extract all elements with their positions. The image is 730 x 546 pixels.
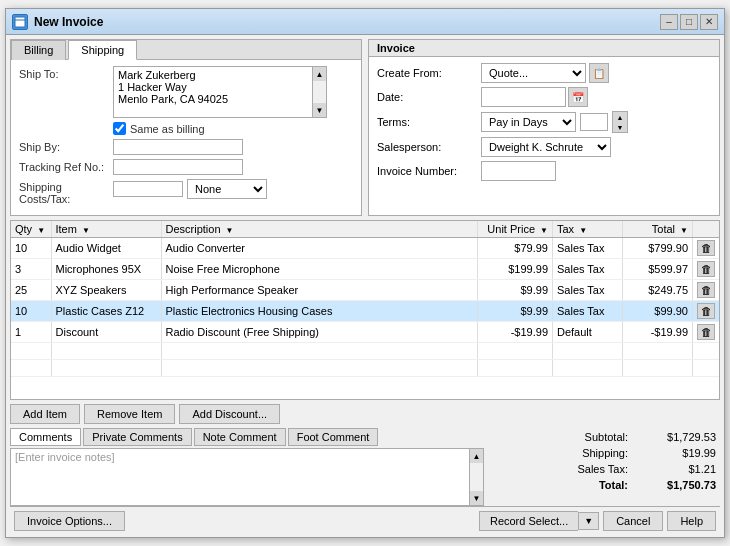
terms-select[interactable]: Pay in Days (481, 112, 576, 132)
shipping-tax-select[interactable]: None (187, 179, 267, 199)
invoice-number-row: Invoice Number: 10000 (377, 161, 711, 181)
col-header-item[interactable]: Item ▼ (51, 221, 161, 238)
salesperson-row: Salesperson: Dweight K. Schrute (377, 137, 711, 157)
qty-sort-icon: ▼ (37, 226, 45, 235)
col-header-del (693, 221, 720, 238)
tab-shipping[interactable]: Shipping (68, 40, 137, 60)
date-input[interactable]: 03/06/2018 (481, 87, 566, 107)
delete-row-button[interactable]: 🗑 (697, 240, 715, 256)
table-row[interactable]: 10 Audio Widget Audio Converter $79.99 S… (11, 238, 719, 259)
col-header-qty[interactable]: Qty ▼ (11, 221, 51, 238)
same-as-billing-checkbox[interactable] (113, 122, 126, 135)
delete-row-button[interactable]: 🗑 (697, 261, 715, 277)
comment-tab-note[interactable]: Note Comment (194, 428, 286, 446)
create-from-label: Create From: (377, 67, 477, 79)
comment-textarea-wrapper: [Enter invoice notes] ▲ ▼ (10, 448, 484, 506)
spinner-down-btn[interactable]: ▼ (613, 122, 627, 132)
comments-area: Comments Private Comments Note Comment F… (10, 428, 720, 506)
sales-tax-value: $1.21 (638, 462, 718, 476)
table-row[interactable]: 25 XYZ Speakers High Performance Speaker… (11, 280, 719, 301)
comment-textarea[interactable]: [Enter invoice notes] (10, 448, 470, 506)
calendar-button[interactable]: 📅 (568, 87, 588, 107)
invoice-number-label: Invoice Number: (377, 165, 477, 177)
items-table-head: Qty ▼ Item ▼ Description ▼ Unit Price ▼ … (11, 221, 719, 238)
comment-scroll-down[interactable]: ▼ (470, 491, 483, 505)
total-label: Total: (492, 478, 636, 492)
subtotal-value: $1,729.53 (638, 430, 718, 444)
comment-scroll-up[interactable]: ▲ (470, 449, 483, 463)
add-discount-button[interactable]: Add Discount... (179, 404, 280, 424)
salesperson-select[interactable]: Dweight K. Schrute (481, 137, 611, 157)
col-header-total[interactable]: Total ▼ (623, 221, 693, 238)
terms-row: Terms: Pay in Days 30 ▲ ▼ (377, 111, 711, 133)
cell-tax: Sales Tax (553, 301, 623, 322)
totals-table: Subtotal: $1,729.53 Shipping: $19.99 Sal… (490, 428, 720, 494)
price-sort-icon: ▼ (540, 226, 548, 235)
terms-field: Pay in Days 30 ▲ ▼ (481, 111, 628, 133)
table-row[interactable]: 1 Discount Radio Discount (Free Shipping… (11, 322, 719, 343)
invoice-panel: Invoice Create From: Quote... 📋 (368, 39, 720, 216)
shipping-costs-field: $19.99 None (113, 179, 353, 199)
table-row[interactable]: 10 Plastic Cases Z12 Plastic Electronics… (11, 301, 719, 322)
minimize-button[interactable]: – (660, 14, 678, 30)
invoice-number-input[interactable]: 10000 (481, 161, 556, 181)
record-select-button[interactable]: Record Select... (479, 511, 578, 531)
close-button[interactable]: ✕ (700, 14, 718, 30)
cell-tax: Sales Tax (553, 238, 623, 259)
subtotal-row: Subtotal: $1,729.53 (492, 430, 718, 444)
comments-tabs: Comments Private Comments Note Comment F… (10, 428, 484, 446)
delete-row-button[interactable]: 🗑 (697, 282, 715, 298)
table-row[interactable]: 3 Microphones 95X Noise Free Microphone … (11, 259, 719, 280)
cell-price: $9.99 (478, 301, 553, 322)
cell-tax: Default (553, 322, 623, 343)
comment-tab-private[interactable]: Private Comments (83, 428, 191, 446)
ship-by-input[interactable]: 03/25/18 (113, 139, 243, 155)
maximize-button[interactable]: □ (680, 14, 698, 30)
date-row: Date: 03/06/2018 📅 (377, 87, 711, 107)
ship-by-label: Ship By: (19, 139, 109, 153)
add-item-button[interactable]: Add Item (10, 404, 80, 424)
comment-tab-comments[interactable]: Comments (10, 428, 81, 446)
col-header-tax[interactable]: Tax ▼ (553, 221, 623, 238)
cell-desc: Plastic Electronics Housing Cases (161, 301, 478, 322)
invoice-panel-header: Invoice (369, 40, 719, 57)
scroll-up-btn[interactable]: ▲ (313, 67, 326, 81)
shipping-total-label: Shipping: (492, 446, 636, 460)
ship-by-row: Ship By: 03/25/18 (19, 139, 353, 155)
cell-price: $199.99 (478, 259, 553, 280)
comment-tab-foot[interactable]: Foot Comment (288, 428, 379, 446)
cell-desc: Audio Converter (161, 238, 478, 259)
spinner-up-btn[interactable]: ▲ (613, 112, 627, 122)
tracking-input[interactable]: 10020053007 (113, 159, 243, 175)
help-button[interactable]: Help (667, 511, 716, 531)
create-from-button[interactable]: 📋 (589, 63, 609, 83)
terms-days-input[interactable]: 30 (580, 113, 608, 131)
ship-to-textarea[interactable]: Mark Zukerberg 1 Hacker Way Menlo Park, … (113, 66, 313, 118)
total-sort-icon: ▼ (680, 226, 688, 235)
sales-tax-label: Sales Tax: (492, 462, 636, 476)
cell-item: Microphones 95X (51, 259, 161, 280)
tab-billing[interactable]: Billing (11, 40, 66, 60)
remove-item-button[interactable]: Remove Item (84, 404, 175, 424)
shipping-total-row: Shipping: $19.99 (492, 446, 718, 460)
invoice-options-button[interactable]: Invoice Options... (14, 511, 125, 531)
date-label: Date: (377, 91, 477, 103)
shipping-costs-input[interactable]: $19.99 (113, 181, 183, 197)
delete-row-button[interactable]: 🗑 (697, 303, 715, 319)
delete-row-button[interactable]: 🗑 (697, 324, 715, 340)
create-from-select[interactable]: Quote... (481, 63, 586, 83)
scroll-down-btn[interactable]: ▼ (313, 103, 326, 117)
cell-tax: Sales Tax (553, 280, 623, 301)
record-select-dropdown[interactable]: ▼ (578, 512, 599, 530)
cell-total: $599.97 (623, 259, 693, 280)
tracking-row: Tracking Ref No.: 10020053007 (19, 159, 353, 175)
scroll-track (313, 81, 326, 103)
window-title: New Invoice (34, 15, 103, 29)
col-header-price[interactable]: Unit Price ▼ (478, 221, 553, 238)
items-table: Qty ▼ Item ▼ Description ▼ Unit Price ▼ … (11, 221, 719, 377)
col-header-desc[interactable]: Description ▼ (161, 221, 478, 238)
total-value: $1,750.73 (638, 478, 718, 492)
record-select-wrapper: Record Select... ▼ (479, 511, 599, 531)
cancel-button[interactable]: Cancel (603, 511, 663, 531)
cell-price: $9.99 (478, 280, 553, 301)
